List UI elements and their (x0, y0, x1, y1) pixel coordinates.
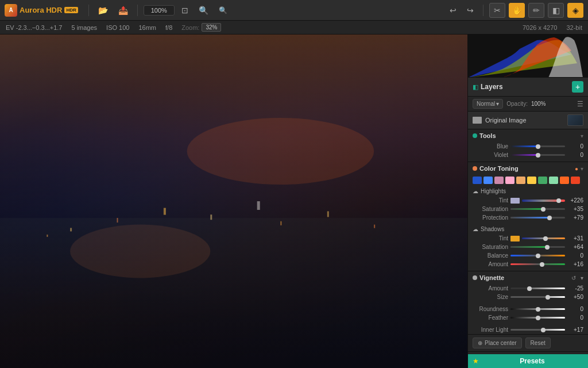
export-button[interactable]: 📤 (115, 3, 131, 17)
highlights-protection-slider[interactable] (510, 217, 565, 218)
svg-rect-8 (280, 221, 281, 225)
vignette-header[interactable]: Vignette ↺ ▾ (468, 271, 588, 284)
color-toning-dot (473, 166, 477, 171)
shadows-tint-thumb[interactable] (543, 236, 548, 241)
amount-slider[interactable] (510, 263, 565, 265)
blend-mode-dropdown[interactable]: Normal ▾ (473, 99, 503, 109)
place-center-button[interactable]: ⊕ Place center (473, 338, 522, 348)
zoom-value[interactable]: 32% (202, 23, 221, 32)
fit-button[interactable]: ⊡ (178, 3, 192, 17)
blue-slider[interactable] (510, 145, 565, 147)
violet-label: Violet (473, 152, 508, 158)
pen-icon-btn[interactable]: ✏ (528, 3, 544, 18)
shadows-saturation-thumb[interactable] (545, 245, 550, 250)
highlights-tint-swatch[interactable] (510, 198, 520, 204)
shadows-tint-slider[interactable] (522, 237, 565, 239)
focal-display: 16mm (138, 24, 156, 31)
shadows-tint-swatch[interactable] (510, 236, 520, 241)
color-toning-header[interactable]: Color Toning ● ▾ (468, 162, 588, 175)
vignette-roundness-slider[interactable] (510, 308, 565, 310)
hdr-icon-btn[interactable]: ◈ (567, 3, 583, 18)
swatch-0[interactable] (473, 177, 482, 184)
ev-display: EV -2.3...−0.3...+1.7 (6, 24, 62, 31)
highlights-protection-thumb[interactable] (547, 216, 552, 220)
vignette-feather-slider[interactable] (510, 317, 565, 319)
swatch-4[interactable] (516, 177, 525, 184)
zoom-in-button[interactable]: 🔍 (195, 3, 212, 17)
layer-thumbnail (567, 114, 583, 126)
vignette-size-value: +50 (567, 294, 583, 300)
vignette-refresh-icon[interactable]: ↺ (571, 275, 576, 281)
highlights-saturation-thumb[interactable] (541, 207, 546, 212)
undo-button[interactable]: ↩ (446, 3, 460, 17)
tools-bullet (473, 133, 477, 138)
highlights-saturation-slider[interactable] (510, 208, 565, 210)
layers-icon: ◧ (473, 83, 478, 91)
layers-icon-btn[interactable]: ◧ (548, 3, 564, 18)
vignette-feather-thumb[interactable] (536, 316, 540, 320)
highlights-tint-thumb[interactable] (556, 198, 561, 203)
shadows-header: ☁ Shadows (468, 224, 588, 234)
highlights-protection-row: Protection +79 (468, 213, 588, 222)
amount-value: +16 (567, 261, 583, 267)
tools-header[interactable]: Tools ▾ (468, 129, 588, 142)
reset-button[interactable]: Reset (525, 338, 551, 348)
canvas-area[interactable] (0, 34, 467, 368)
vignette-inner-light-fill (510, 329, 543, 331)
vignette-size-slider[interactable] (510, 296, 565, 298)
swatch-9[interactable] (571, 177, 580, 184)
violet-thumb[interactable] (536, 153, 540, 158)
shadows-saturation-slider[interactable] (510, 246, 565, 248)
vignette-inner-light-slider[interactable] (510, 329, 565, 331)
add-layer-button[interactable]: + (572, 81, 583, 93)
original-image-layer[interactable]: Original Image (468, 112, 588, 129)
swatch-1[interactable] (483, 177, 493, 184)
presets-bar[interactable]: ★ Presets (468, 354, 588, 368)
swatch-3[interactable] (505, 177, 514, 184)
crop-icon-btn[interactable]: ✂ (489, 3, 505, 18)
violet-slider[interactable] (510, 154, 565, 156)
vignette-arrow: ▾ (581, 275, 583, 281)
iso-display: ISO 100 (106, 24, 129, 31)
balance-slider[interactable] (510, 255, 565, 256)
swatch-6[interactable] (538, 177, 547, 184)
color-toning-arrow: ▾ (581, 166, 583, 172)
zoom-out-button[interactable]: 🔍 (215, 4, 231, 17)
redo-button[interactable]: ↪ (463, 3, 477, 17)
place-center-icon: ⊕ (478, 340, 482, 346)
highlights-tint-value: +226 (567, 197, 583, 204)
hand-icon-btn[interactable]: ✋ (509, 3, 525, 18)
vignette-amount-thumb[interactable] (527, 286, 532, 291)
highlights-tint-slider[interactable] (522, 200, 565, 202)
presets-star-icon: ★ (473, 357, 479, 365)
swatch-5[interactable] (527, 177, 536, 184)
opacity-label: Opacity: (506, 101, 528, 107)
shadows-tint-row: Tint +31 (468, 234, 588, 243)
highlights-saturation-label: Saturation (473, 206, 508, 212)
panel-scroll[interactable]: Tools ▾ Blue 0 Violet (468, 129, 588, 354)
open-button[interactable]: 📂 (95, 3, 111, 17)
balance-thumb[interactable] (536, 254, 540, 258)
blue-label: Blue (473, 143, 508, 150)
layers-title: Layers (481, 83, 570, 91)
vignette-inner-light-row: Inner Light +17 (468, 325, 588, 334)
vignette-inner-light-thumb[interactable] (541, 328, 546, 332)
tools-section: Tools ▾ Blue 0 Violet (468, 129, 588, 162)
amount-label: Amount (473, 261, 508, 267)
amount-thumb[interactable] (540, 262, 544, 267)
amount-row: Amount +16 (468, 260, 588, 269)
highlights-saturation-fill (510, 208, 543, 210)
vignette-roundness-thumb[interactable] (536, 307, 540, 312)
vignette-size-thumb[interactable] (546, 295, 550, 300)
layers-menu-icon[interactable]: ☰ (577, 100, 583, 108)
vignette-amount-slider[interactable] (510, 288, 565, 289)
swatch-2[interactable] (494, 177, 504, 184)
blue-thumb[interactable] (536, 144, 540, 149)
highlights-protection-fill (510, 217, 550, 218)
highlights-saturation-value: +35 (567, 206, 583, 212)
toolbar-separator-3 (483, 5, 483, 16)
blue-value: 0 (567, 143, 583, 150)
swatch-7[interactable] (549, 177, 558, 184)
photo-canvas[interactable] (0, 34, 467, 368)
swatch-8[interactable] (560, 177, 569, 184)
